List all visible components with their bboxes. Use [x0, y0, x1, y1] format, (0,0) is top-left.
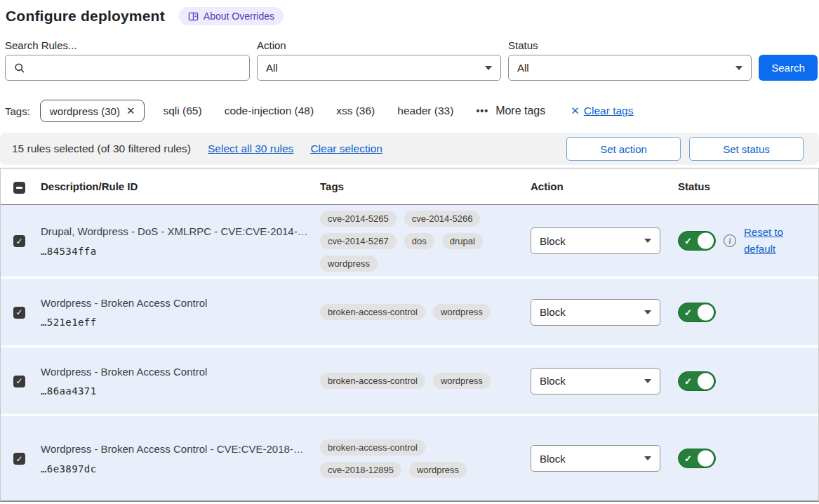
tag-option-code-injection[interactable]: code-injection (48)	[225, 105, 314, 117]
toggle-knob	[698, 451, 714, 467]
remove-tag-icon[interactable]: ✕	[126, 105, 135, 117]
table-body: ✓Drupal, Wordpress - DoS - XMLRPC - CVE:…	[1, 205, 818, 500]
clear-selection-link[interactable]: Clear selection	[310, 142, 382, 155]
action-select[interactable]: Block	[531, 368, 660, 394]
search-icon	[14, 62, 25, 74]
rule-description: Wordpress - Broken Access Control	[41, 365, 310, 379]
status-toggle[interactable]: ✓	[678, 371, 716, 391]
column-header-status: Status	[678, 180, 818, 192]
close-icon: ✕	[571, 105, 580, 117]
reset-to-default-link[interactable]: Reset to default	[744, 224, 789, 258]
status-toggle[interactable]: ✓	[678, 231, 716, 251]
toggle-knob	[698, 373, 714, 389]
column-header-description: Description/Rule ID	[41, 180, 320, 192]
more-tags-button[interactable]: ••• More tags	[476, 105, 545, 117]
tag-pill-group: cve-2014-5265cve-2014-5266cve-2014-5267d…	[320, 211, 494, 272]
about-overrides-badge[interactable]: About Overrides	[179, 7, 284, 25]
tag-pill: wordpress	[409, 462, 467, 478]
tag-pill: cve-2014-5266	[404, 211, 481, 227]
row-checkbox[interactable]: ✓	[13, 235, 25, 247]
check-icon: ✓	[684, 453, 692, 464]
action-filter-select[interactable]: All	[257, 55, 501, 81]
tag-pill: wordpress	[433, 373, 491, 389]
tag-pill: broken-access-control	[320, 304, 425, 320]
page-title: Configure deployment	[6, 8, 165, 25]
tag-pill: wordpress	[320, 256, 378, 272]
set-status-button[interactable]: Set status	[689, 137, 804, 161]
action-select[interactable]: Block	[531, 299, 660, 326]
tag-option-sqli[interactable]: sqli (65)	[163, 105, 201, 117]
search-rules-input[interactable]	[31, 62, 241, 74]
tag-pill: broken-access-control	[320, 373, 425, 389]
select-all-checkbox[interactable]	[13, 182, 25, 194]
action-select[interactable]: Block	[531, 445, 660, 472]
clear-tags-link[interactable]: ✕ Clear tags	[571, 105, 633, 117]
column-header-action: Action	[531, 180, 678, 192]
chevron-down-icon	[735, 66, 743, 70]
tag-option-xss[interactable]: xss (36)	[336, 105, 375, 117]
tag-pill: wordpress	[433, 304, 491, 320]
rule-id: …84534ffa	[41, 246, 310, 257]
action-select-value: Block	[540, 453, 566, 465]
row-checkbox[interactable]: ✓	[13, 307, 25, 319]
configure-deployment-page: Configure deployment About Overrides Sea…	[0, 0, 819, 504]
status-toggle[interactable]: ✓	[678, 449, 716, 468]
table-row: ✓Wordpress - Broken Access Control…86aa4…	[1, 347, 818, 414]
tag-option-header[interactable]: header (33)	[397, 105, 453, 117]
row-checkbox[interactable]: ✓	[13, 453, 25, 465]
rule-id: …6e3897dc	[41, 463, 310, 475]
search-button[interactable]: Search	[759, 55, 818, 81]
about-overrides-label: About Overrides	[204, 11, 274, 22]
status-filter-label: Status	[508, 39, 752, 51]
chevron-down-icon	[644, 310, 651, 314]
check-icon: ✓	[684, 307, 692, 317]
toggle-knob	[698, 304, 714, 320]
set-action-button[interactable]: Set action	[566, 137, 681, 161]
ellipsis-icon: •••	[476, 105, 488, 117]
selection-bar: 15 rules selected (of 30 filtered rules)…	[0, 133, 819, 165]
row-checkbox[interactable]: ✓	[13, 376, 25, 387]
action-select-value: Block	[540, 375, 566, 387]
table-header: Description/Rule ID Tags Action Status	[1, 168, 818, 205]
rule-description: Wordpress - Broken Access Control - CVE:…	[41, 442, 310, 456]
action-select-value: Block	[540, 235, 566, 247]
rule-id: …86aa4371	[41, 385, 310, 397]
chevron-down-icon	[644, 379, 651, 383]
table-row: ✓Wordpress - Broken Access Control…521e1…	[1, 279, 818, 345]
rule-description: Drupal, Wordpress - DoS - XMLRPC - CVE:C…	[41, 225, 310, 239]
status-toggle[interactable]: ✓	[678, 303, 716, 322]
chevron-down-icon	[644, 456, 651, 460]
status-filter-value: All	[517, 62, 529, 74]
clear-tags-label: Clear tags	[584, 105, 634, 117]
search-rules-inputbox[interactable]	[5, 55, 250, 81]
table-row: ✓Wordpress - Broken Access Control - CVE…	[1, 416, 818, 500]
tag-pill-group: broken-access-controlwordpress	[320, 373, 494, 389]
select-all-rules-link[interactable]: Select all 30 rules	[208, 142, 293, 155]
tags-bar: Tags: wordpress (30) ✕ sqli (65) code-in…	[0, 98, 819, 124]
check-icon: ✓	[684, 376, 692, 386]
tag-pill: broken-access-control	[320, 439, 425, 456]
selected-tag-wordpress[interactable]: wordpress (30) ✕	[40, 100, 145, 122]
filters-row: Search Rules... Action All Status All	[0, 39, 819, 81]
tag-pill-group: broken-access-controlcve-2018-12895wordp…	[320, 439, 494, 478]
check-icon: ✓	[684, 236, 692, 246]
tag-pill: cve-2018-12895	[320, 462, 401, 478]
tags-label: Tags:	[5, 105, 30, 117]
tag-pill: dos	[404, 233, 434, 249]
page-header: Configure deployment About Overrides	[0, 0, 819, 25]
status-filter-select[interactable]: All	[508, 55, 752, 81]
info-icon[interactable]: i	[724, 234, 736, 247]
action-select[interactable]: Block	[531, 227, 660, 254]
chevron-down-icon	[485, 66, 492, 70]
rules-table: Description/Rule ID Tags Action Status ✓…	[0, 168, 819, 502]
action-filter-value: All	[266, 62, 278, 74]
search-rules-label: Search Rules...	[5, 39, 250, 51]
tag-pill-group: broken-access-controlwordpress	[320, 304, 494, 320]
column-header-tags: Tags	[320, 180, 531, 192]
more-tags-label: More tags	[495, 105, 545, 117]
action-filter-label: Action	[257, 39, 501, 51]
book-icon	[188, 11, 199, 22]
chevron-down-icon	[644, 239, 651, 243]
tag-pill: cve-2014-5265	[320, 211, 397, 227]
tag-pill: cve-2014-5267	[320, 233, 397, 249]
